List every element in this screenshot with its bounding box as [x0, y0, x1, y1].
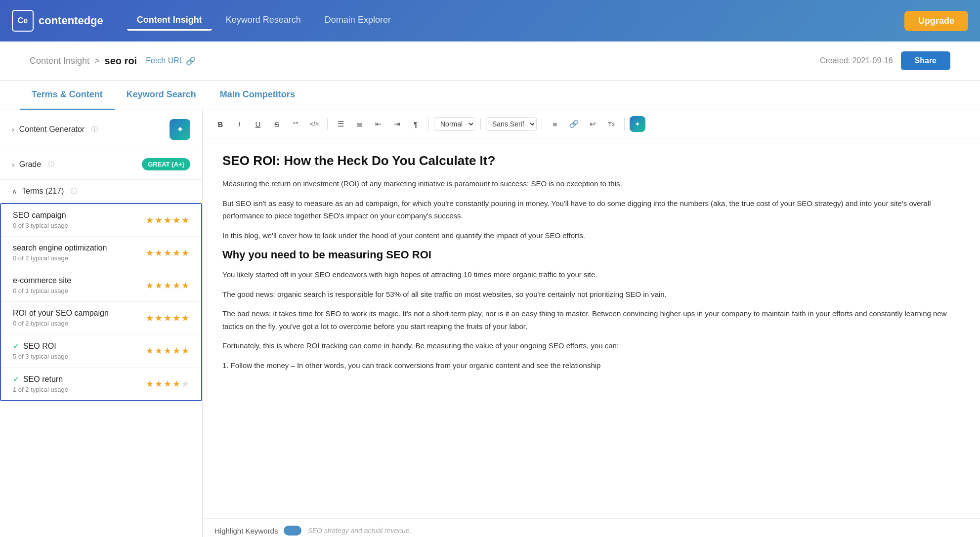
keyword-item-search-engine-optimization[interactable]: search engine optimization 0 of 2 typica…	[1, 237, 201, 269]
chevron-up-icon-terms: ∧	[12, 187, 17, 195]
article-p7: Fortunately, this is where ROI tracking …	[222, 339, 960, 352]
link-button[interactable]: 🔗	[566, 116, 582, 132]
content-generator-label: Content Generator	[19, 125, 85, 134]
keyword-item-seo-roi[interactable]: ✓ SEO ROI 5 of 3 typical usage ★ ★ ★ ★ ★	[1, 334, 201, 368]
stars-seo-return: ★ ★ ★ ★ ★	[146, 378, 189, 389]
upgrade-button[interactable]: Upgrade	[904, 11, 968, 31]
blockquote-button[interactable]: “”	[288, 116, 303, 132]
toolbar-divider-2	[428, 118, 429, 130]
nav-link-domain-explorer[interactable]: Domain Explorer	[315, 11, 401, 31]
article-p2: But SEO isn't as easy to measure as an a…	[222, 197, 960, 222]
created-date: Created: 2021-09-16	[820, 56, 893, 65]
content-generator-icon: ✦	[170, 119, 190, 140]
grade-label: Grade	[19, 160, 41, 169]
keyword-left: SEO campaign 0 of 3 typical usage	[13, 211, 146, 229]
stars-seo-roi: ★ ★ ★ ★ ★	[146, 345, 189, 356]
breadcrumb-separator: >	[94, 56, 100, 66]
keyword-left: search engine optimization 0 of 2 typica…	[13, 244, 146, 262]
underline-button[interactable]: U	[250, 116, 266, 132]
code-button[interactable]: </>	[306, 116, 322, 132]
nav-bar: Ce contentedge Content Insight Keyword R…	[0, 0, 980, 41]
align-button[interactable]: ≡	[547, 116, 563, 132]
toolbar-divider-3	[480, 118, 481, 130]
highlight-footer: Highlight Keywords SEO strategy and actu…	[203, 518, 980, 537]
nav-link-content-insight[interactable]: Content Insight	[127, 11, 212, 31]
clear-format-button[interactable]: Tx	[603, 116, 619, 132]
keywords-list: SEO campaign 0 of 3 typical usage ★ ★ ★ …	[0, 203, 202, 401]
bold-button[interactable]: B	[213, 116, 228, 132]
undo-button[interactable]: ↩	[585, 116, 600, 132]
stars-roi-campaign: ★ ★ ★ ★ ★	[146, 313, 189, 324]
tab-main-competitors[interactable]: Main Competitors	[208, 81, 307, 110]
article-h1: SEO ROI: How the Heck Do You Calculate I…	[222, 153, 960, 168]
font-select[interactable]: Sans Serif	[486, 117, 537, 131]
keyword-left: ROI of your SEO campaign 0 of 2 typical …	[13, 309, 146, 327]
keyword-name: SEO return	[23, 375, 63, 384]
right-panel: B I U S “” </> ☰ ≣ ⇤ ⇥ ¶ Normal Sans Ser…	[203, 110, 980, 537]
ordered-list-button[interactable]: ☰	[333, 116, 348, 132]
strikethrough-button[interactable]: S	[269, 116, 285, 132]
keyword-usage: 0 of 2 typical usage	[13, 320, 146, 327]
fetch-url-button[interactable]: Fetch URL 🔗	[146, 56, 195, 66]
toolbar-divider-5	[624, 118, 625, 130]
unordered-list-button[interactable]: ≣	[351, 116, 367, 132]
logo-icon: Ce	[12, 10, 34, 32]
link-icon: 🔗	[186, 56, 196, 66]
share-button[interactable]: Share	[901, 51, 950, 70]
logo-name: contentedge	[39, 14, 103, 27]
keyword-item-ecommerce[interactable]: e-commerce site 0 of 1 typical usage ★ ★…	[1, 269, 201, 302]
keyword-item-seo-campaign[interactable]: SEO campaign 0 of 3 typical usage ★ ★ ★ …	[1, 204, 201, 237]
article-p6: The bad news: it takes time for SEO to w…	[222, 307, 960, 332]
keyword-item-roi-seo-campaign[interactable]: ROI of your SEO campaign 0 of 2 typical …	[1, 302, 201, 334]
keyword-usage: 0 of 2 typical usage	[13, 254, 146, 262]
main-layout: › Content Generator ⓘ ✦ › Grade ⓘ GREAT …	[0, 110, 980, 537]
tab-terms-content[interactable]: Terms & Content	[20, 81, 115, 110]
indent-left-button[interactable]: ⇤	[370, 116, 386, 132]
accordion-grade[interactable]: › Grade ⓘ GREAT (A+)	[0, 149, 202, 180]
article-p3: In this blog, we'll cover how to look un…	[222, 229, 960, 242]
breadcrumb-row: Content Insight > seo roi Fetch URL 🔗 Cr…	[0, 41, 980, 81]
keyword-name: ROI of your SEO campaign	[13, 309, 146, 318]
help-icon-terms: ⓘ	[71, 187, 77, 196]
keyword-left: e-commerce site 0 of 1 typical usage	[13, 276, 146, 294]
breadcrumb-current: seo roi	[105, 55, 137, 67]
keyword-name: SEO campaign	[13, 211, 146, 220]
tab-keyword-search[interactable]: Keyword Search	[115, 81, 208, 110]
article-p4: You likely started off in your SEO endea…	[222, 268, 960, 281]
keyword-usage: 1 of 2 typical usage	[13, 386, 146, 393]
toolbar-divider-4	[542, 118, 542, 130]
terms-label: Terms (217)	[22, 187, 64, 196]
check-icon-seo-return: ✓	[13, 374, 19, 384]
article-h2: Why you need to be measuring SEO ROI	[222, 248, 960, 261]
help-icon-content-generator: ⓘ	[91, 125, 98, 134]
keyword-item-seo-return[interactable]: ✓ SEO return 1 of 2 typical usage ★ ★ ★ …	[1, 368, 201, 400]
keyword-usage: 0 of 1 typical usage	[13, 287, 146, 294]
paragraph-button[interactable]: ¶	[408, 116, 424, 132]
indent-right-button[interactable]: ⇥	[389, 116, 405, 132]
article-p8: 1. Follow the money – In other words, yo…	[222, 359, 960, 372]
ai-icon[interactable]: ✦	[630, 116, 645, 132]
highlight-keywords-label: Highlight Keywords	[214, 527, 278, 535]
toolbar-divider-1	[327, 118, 328, 130]
highlight-toggle[interactable]	[284, 526, 301, 536]
accordion-terms[interactable]: ∧ Terms (217) ⓘ	[0, 180, 202, 203]
left-panel: › Content Generator ⓘ ✦ › Grade ⓘ GREAT …	[0, 110, 203, 537]
chevron-down-icon: ›	[12, 125, 14, 133]
keyword-usage: 0 of 3 typical usage	[13, 222, 146, 229]
style-select[interactable]: Normal	[434, 117, 475, 131]
highlight-sample-text: SEO strategy and actual revenue.	[307, 527, 411, 535]
editor-content[interactable]: SEO ROI: How the Heck Do You Calculate I…	[203, 138, 980, 518]
accordion-left-terms: ∧ Terms (217) ⓘ	[12, 187, 77, 196]
stars-seo: ★ ★ ★ ★ ★	[146, 248, 189, 258]
breadcrumb-right: Created: 2021-09-16 Share	[820, 51, 950, 70]
help-icon-grade: ⓘ	[48, 160, 54, 169]
article-p5: The good news: organic search is respons…	[222, 288, 960, 301]
keyword-usage: 5 of 3 typical usage	[13, 353, 146, 360]
keyword-left: ✓ SEO return 1 of 2 typical usage	[13, 374, 146, 393]
keyword-left: ✓ SEO ROI 5 of 3 typical usage	[13, 341, 146, 360]
italic-button[interactable]: I	[231, 116, 247, 132]
accordion-left: › Content Generator ⓘ	[12, 125, 98, 134]
accordion-content-generator[interactable]: › Content Generator ⓘ ✦	[0, 110, 202, 149]
nav-link-keyword-research[interactable]: Keyword Research	[216, 11, 311, 31]
check-icon-seo-roi: ✓	[13, 341, 19, 351]
